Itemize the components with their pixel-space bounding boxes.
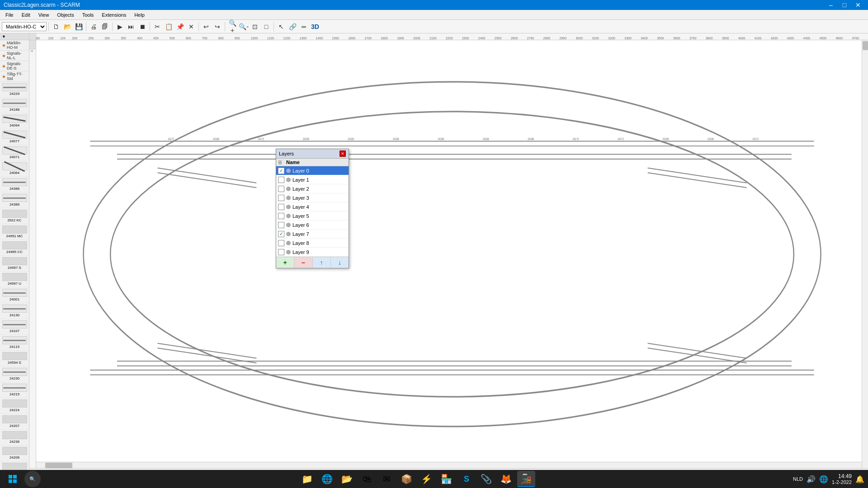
list-item[interactable]: 24207 xyxy=(0,414,29,430)
list-item[interactable]: 24229 xyxy=(0,82,29,98)
layer-checkbox[interactable] xyxy=(278,213,284,219)
layer-checkbox[interactable] xyxy=(278,177,284,183)
delete-button[interactable]: ✕ xyxy=(186,21,197,32)
taskbar-app10[interactable]: 📎 xyxy=(477,471,495,487)
clock[interactable]: 14:49 1-2-2022 xyxy=(832,473,852,485)
list-item[interactable]: 24389 xyxy=(0,192,29,208)
list-item[interactable]: 24230 xyxy=(0,366,29,382)
connect-button[interactable]: 🔗 xyxy=(287,21,298,32)
taskbar-folder[interactable]: 📂 xyxy=(338,471,356,487)
menu-help[interactable]: Help xyxy=(131,11,148,19)
play-button[interactable]: ▶ xyxy=(114,21,125,32)
list-item[interactable]: 24077 xyxy=(0,129,29,145)
layer-row[interactable]: Layer 2 xyxy=(276,184,349,193)
list-item[interactable]: 24224 xyxy=(0,398,29,414)
list-item[interactable]: 24997 U xyxy=(0,272,29,287)
list-item[interactable]: 24130 xyxy=(0,303,29,319)
taskbar-store[interactable]: 🛍 xyxy=(358,471,376,487)
layer-checkbox[interactable] xyxy=(278,222,284,228)
print-preview-button[interactable]: 🗐 xyxy=(99,21,110,32)
sidebar-lib-tillig[interactable]: ★ Tillig-TT-Std xyxy=(0,71,29,82)
layers-add-button[interactable]: + xyxy=(276,257,294,268)
sidebar-lib-marklin-hom[interactable]: ★ Märklin-HO-M xyxy=(0,40,29,51)
layer-checkbox[interactable] xyxy=(278,186,284,192)
search-button[interactable]: 🔍 xyxy=(24,471,41,487)
library-selector[interactable]: Marklin-HO-C Marklin-HO-M Tillig-TT-Std xyxy=(2,22,47,31)
zoom-fit-button[interactable]: ⊡ xyxy=(250,21,260,32)
maximize-button[interactable]: □ xyxy=(838,0,851,10)
taskbar-app8[interactable]: 🏪 xyxy=(438,471,456,487)
hscrollbar-thumb[interactable] xyxy=(45,463,72,468)
list-item[interactable]: 24594 S xyxy=(0,351,29,366)
taskbar-scarm[interactable]: 🚂 xyxy=(517,471,535,487)
layer-row[interactable]: Layer 3 xyxy=(276,193,349,202)
menu-objects[interactable]: Objects xyxy=(53,11,77,19)
layer-row[interactable]: Layer 9 xyxy=(276,248,349,257)
network-icon[interactable]: 🌐 xyxy=(819,475,828,483)
layer-checkbox[interactable] xyxy=(278,195,284,201)
3d-button[interactable]: 3D xyxy=(310,21,321,32)
stop-button[interactable]: ⏹ xyxy=(137,21,148,32)
taskbar-app7[interactable]: ⚡ xyxy=(418,471,436,487)
windows-start-button[interactable] xyxy=(4,470,22,488)
list-item[interactable]: 24094 xyxy=(0,113,29,129)
list-item[interactable]: 24064 xyxy=(0,161,29,177)
taskbar-firefox[interactable]: 🦊 xyxy=(497,471,515,487)
list-item[interactable]: 24115 xyxy=(0,335,29,351)
layer-row[interactable]: Layer 1 xyxy=(276,175,349,184)
layers-up-button[interactable]: ↑ xyxy=(313,257,331,268)
horizontal-scrollbar[interactable] xyxy=(36,462,862,468)
layers-close-button[interactable]: ✕ xyxy=(340,150,346,157)
list-item[interactable]: 24206 xyxy=(0,446,29,461)
sidebar-lib-signals-de[interactable]: ★ Signals-DE-S xyxy=(0,61,29,71)
layers-delete-button[interactable]: – xyxy=(294,257,312,268)
list-item[interactable]: 24215 xyxy=(0,382,29,398)
menu-extensions[interactable]: Extensions xyxy=(98,11,130,19)
print-button[interactable]: 🖨 xyxy=(88,21,99,32)
list-item[interactable]: 24995 CC xyxy=(0,240,29,256)
copy-button[interactable]: 📋 xyxy=(163,21,174,32)
zoom-100-button[interactable]: □ xyxy=(261,21,272,32)
layer-row[interactable]: Layer 4 xyxy=(276,202,349,211)
layer-row[interactable]: ✓ Layer 7 xyxy=(276,230,349,239)
step-button[interactable]: ⏭ xyxy=(126,21,137,32)
zoom-in-button[interactable]: 🔍+ xyxy=(227,21,238,32)
layer-checkbox[interactable] xyxy=(278,240,284,246)
list-item[interactable]: 24188 xyxy=(0,98,29,113)
taskbar-file-explorer[interactable]: 📁 xyxy=(298,471,316,487)
canvas[interactable]: 24172 24188 24172 24188 24100 24188 2418… xyxy=(36,40,868,468)
open-button[interactable]: 📂 xyxy=(62,21,73,32)
layer-checkbox[interactable]: ✓ xyxy=(278,231,284,237)
layer-checkbox[interactable] xyxy=(278,204,284,210)
taskbar-mail[interactable]: ✉ xyxy=(378,471,396,487)
paste-button[interactable]: 📌 xyxy=(175,21,185,32)
list-item[interactable]: 24997 S xyxy=(0,256,29,272)
vertical-scrollbar[interactable] xyxy=(862,40,868,468)
layer-row[interactable]: ✓ Layer 0 xyxy=(276,166,349,175)
undo-button[interactable]: ↩ xyxy=(201,21,212,32)
close-button[interactable]: ✕ xyxy=(852,0,864,10)
layer-row[interactable]: Layer 8 xyxy=(276,239,349,248)
menu-edit[interactable]: Edit xyxy=(18,11,34,19)
minimize-button[interactable]: – xyxy=(825,0,837,10)
layer-checkbox[interactable]: ✓ xyxy=(278,168,284,174)
sidebar-lib-signals-nl[interactable]: ★ Signals-NL-L xyxy=(0,51,29,61)
select-button[interactable]: ↖ xyxy=(276,21,287,32)
menu-tools[interactable]: Tools xyxy=(79,11,98,19)
layer-checkbox[interactable] xyxy=(278,249,284,255)
taskbar-dropbox[interactable]: 📦 xyxy=(398,471,416,487)
list-item[interactable]: 24071 xyxy=(0,145,29,161)
list-item[interactable]: 24388 xyxy=(0,177,29,192)
redo-button[interactable]: ↪ xyxy=(212,21,223,32)
list-item[interactable]: 2922 KC xyxy=(0,208,29,224)
list-item[interactable]: 24236 xyxy=(0,430,29,446)
notifications-icon[interactable]: 🔔 xyxy=(855,475,864,483)
list-item[interactable]: 24001 xyxy=(0,287,29,303)
new-button[interactable]: 🗋 xyxy=(51,21,61,32)
cut-button[interactable]: ✂ xyxy=(152,21,163,32)
zoom-out-button[interactable]: 🔍- xyxy=(238,21,249,32)
taskbar-salesforce[interactable]: S xyxy=(458,471,476,487)
track-button[interactable]: ═ xyxy=(298,21,309,32)
menu-view[interactable]: View xyxy=(35,11,53,19)
taskbar-edge[interactable]: 🌐 xyxy=(318,471,336,487)
